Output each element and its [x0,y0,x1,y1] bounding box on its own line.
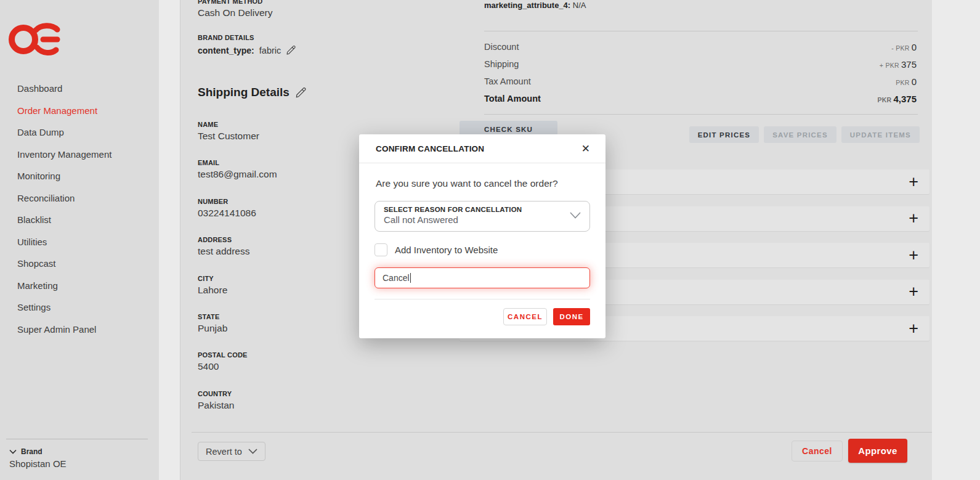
summary-amount: 4,375 [893,94,917,104]
expand-plus-icon[interactable]: + [909,283,918,300]
field-postal-code: POSTAL CODE 5400 [198,351,277,389]
field-value: 5400 [198,361,277,372]
select-label: SELECT REASON FOR CANCELLATION [384,206,581,213]
expand-plus-icon[interactable]: + [909,174,918,190]
field-value: Lahore [198,285,277,296]
footer-divider [192,432,932,433]
expand-plus-icon[interactable]: + [909,247,918,264]
content-type-label: content_type: [198,46,254,55]
edit-prices-button[interactable]: EDIT PRICES [689,126,759,143]
edit-pencil-icon[interactable] [295,87,307,99]
modal-actions: CANCEL DONE [503,308,590,325]
sidebar-item-utilities[interactable]: Utilities [0,231,159,253]
expand-plus-icon[interactable]: + [909,320,918,337]
field-value: Punjab [198,323,277,334]
field-city: CITY Lahore [198,275,277,313]
sidebar-item-shopcast[interactable]: Shopcast [0,253,159,275]
order-cancel-button[interactable]: Cancel [792,441,843,462]
sidebar-item-data-dump[interactable]: Data Dump [0,121,159,144]
sidebar-item-marketing[interactable]: Marketing [0,275,159,297]
field-value: Pakistan [198,400,277,411]
sidebar-item-blacklist[interactable]: Blacklist [0,209,159,231]
brand-toggle[interactable]: Brand [9,447,43,456]
input-value: Cancel [383,273,410,283]
revert-to-dropdown[interactable]: Revert to [198,442,265,461]
modal-divider [375,299,590,299]
revert-to-label: Revert to [206,447,242,457]
summary-amount: 375 [901,59,917,70]
field-label: ADDRESS [198,236,277,243]
summary-label: Discount [484,42,519,52]
field-state: STATE Punjab [198,313,277,351]
field-number: NUMBER 03224141086 [198,198,277,236]
field-email: EMAIL test86@gmail.com [198,159,277,197]
payment-method-label: PAYMENT METHOD [198,0,272,5]
expand-plus-icon[interactable]: + [909,210,918,227]
sidebar-item-settings[interactable]: Settings [0,296,159,319]
summary-row-discount: Discount - PKR0 [484,38,917,55]
currency-label: + PKR [880,62,899,69]
payment-method-value: Cash On Delivery [198,7,272,18]
marketing-attribute-value: N/A [573,1,586,10]
select-value: Call not Answered [384,214,581,225]
payment-method-block: PAYMENT METHOD Cash On Delivery [198,0,272,18]
summary-row-tax: Tax Amount PKR0 [484,73,917,90]
edit-pencil-icon[interactable] [286,45,296,55]
sidebar: Dashboard Order Management Data Dump Inv… [0,0,159,480]
text-caret [410,273,411,283]
sidebar-nav: Dashboard Order Management Data Dump Inv… [0,78,159,340]
currency-label: PKR [896,79,910,86]
sidebar-item-dashboard[interactable]: Dashboard [0,78,159,100]
cancellation-note-input[interactable]: Cancel [375,267,590,288]
add-inventory-label: Add Inventory to Website [395,245,498,255]
amount-summary: Discount - PKR0 Shipping + PKR375 Tax Am… [484,38,917,107]
add-inventory-checkbox[interactable] [375,243,387,256]
field-country: COUNTRY Pakistan [198,390,277,428]
summary-divider-bottom [484,114,918,115]
field-label: POSTAL CODE [198,351,277,359]
sidebar-divider [6,439,148,439]
field-label: NUMBER [198,198,277,205]
sidebar-item-reconciliation[interactable]: Reconciliation [0,187,159,209]
modal-header: CONFIRM CANCELLATION ✕ [359,134,605,163]
summary-label: Shipping [484,59,519,69]
field-name: NAME Test Customer [198,121,277,159]
brand-details-block: BRAND DETAILS content_type: fabric [198,34,296,55]
shipping-fields: NAME Test Customer EMAIL test86@gmail.co… [198,121,277,428]
modal-cancel-button[interactable]: CANCEL [503,308,547,325]
field-value: test86@gmail.com [198,169,277,180]
shipping-details-title: Shipping Details [198,86,290,99]
summary-label: Total Amount [484,94,541,104]
brand-details-label: BRAND DETAILS [198,34,296,41]
chevron-down-icon [570,212,581,219]
oe-logo [8,21,62,57]
order-approve-button[interactable]: Approve [848,439,907,463]
sidebar-item-order-management[interactable]: Order Management [0,100,159,122]
field-label: CITY [198,275,277,282]
close-icon[interactable]: ✕ [581,144,590,154]
chevron-down-icon [248,449,257,454]
brand-name: Shopistan OE [9,458,67,469]
cancellation-reason-select[interactable]: SELECT REASON FOR CANCELLATION Call not … [375,201,590,232]
currency-label: PKR [877,96,891,104]
summary-amount: 0 [912,76,917,87]
summary-row-shipping: Shipping + PKR375 [484,55,917,73]
price-toolbar: EDIT PRICES SAVE PRICES UPDATE ITEMS [689,126,920,143]
sidebar-item-inventory-management[interactable]: Inventory Management [0,144,159,166]
summary-row-total: Total Amount PKR4,375 [484,90,917,107]
confirm-cancellation-modal: CONFIRM CANCELLATION ✕ Are you sure you … [359,134,605,338]
update-items-button[interactable]: UPDATE ITEMS [841,126,920,143]
currency-label: - PKR [891,44,910,52]
summary-amount: 0 [912,42,917,52]
save-prices-button[interactable]: SAVE PRICES [764,126,836,143]
sidebar-item-monitoring[interactable]: Monitoring [0,165,159,187]
summary-label: Tax Amount [484,76,531,86]
content-type-value: fabric [259,46,281,55]
add-inventory-row: Add Inventory to Website [375,243,498,256]
sidebar-item-super-admin-panel[interactable]: Super Admin Panel [0,319,159,341]
chevron-down-icon [9,449,17,454]
modal-done-button[interactable]: DONE [553,308,590,325]
summary-divider-top [484,31,918,31]
field-value: test address [198,246,277,257]
marketing-attribute-line: marketing_attribute_4: N/A [484,1,586,10]
